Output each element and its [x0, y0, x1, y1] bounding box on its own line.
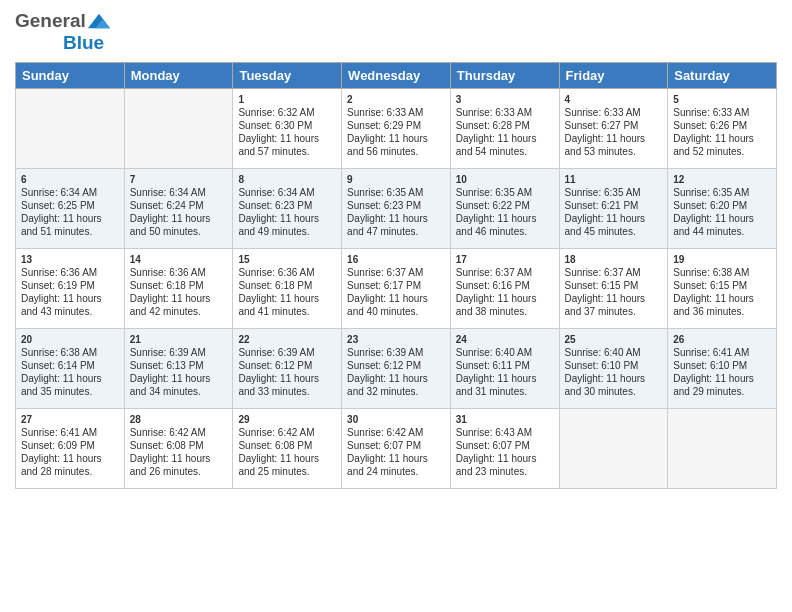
cell-day-number: 3Sunrise: 6:33 AMSunset: 6:28 PMDaylight… — [456, 94, 537, 157]
weekday-header-monday: Monday — [124, 63, 233, 89]
cell-day-number: 5Sunrise: 6:33 AMSunset: 6:26 PMDaylight… — [673, 94, 754, 157]
calendar-cell: 14Sunrise: 6:36 AMSunset: 6:18 PMDayligh… — [124, 249, 233, 329]
cell-day-number: 1Sunrise: 6:32 AMSunset: 6:30 PMDaylight… — [238, 94, 319, 157]
calendar-cell — [124, 89, 233, 169]
cell-day-number: 11Sunrise: 6:35 AMSunset: 6:21 PMDayligh… — [565, 174, 646, 237]
calendar-cell: 4Sunrise: 6:33 AMSunset: 6:27 PMDaylight… — [559, 89, 668, 169]
cell-day-number: 6Sunrise: 6:34 AMSunset: 6:25 PMDaylight… — [21, 174, 102, 237]
calendar-cell: 11Sunrise: 6:35 AMSunset: 6:21 PMDayligh… — [559, 169, 668, 249]
calendar-cell: 17Sunrise: 6:37 AMSunset: 6:16 PMDayligh… — [450, 249, 559, 329]
cell-day-number: 19Sunrise: 6:38 AMSunset: 6:15 PMDayligh… — [673, 254, 754, 317]
calendar-week-row: 27Sunrise: 6:41 AMSunset: 6:09 PMDayligh… — [16, 409, 777, 489]
calendar-week-row: 20Sunrise: 6:38 AMSunset: 6:14 PMDayligh… — [16, 329, 777, 409]
cell-day-number: 21Sunrise: 6:39 AMSunset: 6:13 PMDayligh… — [130, 334, 211, 397]
calendar-cell: 19Sunrise: 6:38 AMSunset: 6:15 PMDayligh… — [668, 249, 777, 329]
cell-day-number: 29Sunrise: 6:42 AMSunset: 6:08 PMDayligh… — [238, 414, 319, 477]
calendar-cell: 23Sunrise: 6:39 AMSunset: 6:12 PMDayligh… — [342, 329, 451, 409]
calendar-cell: 15Sunrise: 6:36 AMSunset: 6:18 PMDayligh… — [233, 249, 342, 329]
calendar-cell: 5Sunrise: 6:33 AMSunset: 6:26 PMDaylight… — [668, 89, 777, 169]
calendar-cell — [559, 409, 668, 489]
calendar-cell: 21Sunrise: 6:39 AMSunset: 6:13 PMDayligh… — [124, 329, 233, 409]
calendar-cell: 31Sunrise: 6:43 AMSunset: 6:07 PMDayligh… — [450, 409, 559, 489]
cell-day-number: 13Sunrise: 6:36 AMSunset: 6:19 PMDayligh… — [21, 254, 102, 317]
cell-day-number: 23Sunrise: 6:39 AMSunset: 6:12 PMDayligh… — [347, 334, 428, 397]
cell-day-number: 18Sunrise: 6:37 AMSunset: 6:15 PMDayligh… — [565, 254, 646, 317]
cell-day-number: 12Sunrise: 6:35 AMSunset: 6:20 PMDayligh… — [673, 174, 754, 237]
cell-day-number: 16Sunrise: 6:37 AMSunset: 6:17 PMDayligh… — [347, 254, 428, 317]
calendar-cell: 25Sunrise: 6:40 AMSunset: 6:10 PMDayligh… — [559, 329, 668, 409]
cell-day-number: 28Sunrise: 6:42 AMSunset: 6:08 PMDayligh… — [130, 414, 211, 477]
calendar-cell: 3Sunrise: 6:33 AMSunset: 6:28 PMDaylight… — [450, 89, 559, 169]
calendar-cell: 30Sunrise: 6:42 AMSunset: 6:07 PMDayligh… — [342, 409, 451, 489]
cell-day-number: 30Sunrise: 6:42 AMSunset: 6:07 PMDayligh… — [347, 414, 428, 477]
calendar-cell: 7Sunrise: 6:34 AMSunset: 6:24 PMDaylight… — [124, 169, 233, 249]
calendar-cell: 28Sunrise: 6:42 AMSunset: 6:08 PMDayligh… — [124, 409, 233, 489]
calendar-cell: 12Sunrise: 6:35 AMSunset: 6:20 PMDayligh… — [668, 169, 777, 249]
calendar-cell: 9Sunrise: 6:35 AMSunset: 6:23 PMDaylight… — [342, 169, 451, 249]
logo-general: General — [15, 10, 86, 32]
weekday-header-wednesday: Wednesday — [342, 63, 451, 89]
weekday-header-friday: Friday — [559, 63, 668, 89]
cell-day-number: 27Sunrise: 6:41 AMSunset: 6:09 PMDayligh… — [21, 414, 102, 477]
calendar-week-row: 1Sunrise: 6:32 AMSunset: 6:30 PMDaylight… — [16, 89, 777, 169]
calendar-cell: 6Sunrise: 6:34 AMSunset: 6:25 PMDaylight… — [16, 169, 125, 249]
cell-day-number: 24Sunrise: 6:40 AMSunset: 6:11 PMDayligh… — [456, 334, 537, 397]
weekday-header-tuesday: Tuesday — [233, 63, 342, 89]
logo-icon — [88, 10, 110, 32]
cell-day-number: 17Sunrise: 6:37 AMSunset: 6:16 PMDayligh… — [456, 254, 537, 317]
cell-day-number: 14Sunrise: 6:36 AMSunset: 6:18 PMDayligh… — [130, 254, 211, 317]
cell-day-number: 7Sunrise: 6:34 AMSunset: 6:24 PMDaylight… — [130, 174, 211, 237]
weekday-header-thursday: Thursday — [450, 63, 559, 89]
calendar-cell: 27Sunrise: 6:41 AMSunset: 6:09 PMDayligh… — [16, 409, 125, 489]
calendar-cell: 10Sunrise: 6:35 AMSunset: 6:22 PMDayligh… — [450, 169, 559, 249]
calendar-cell: 22Sunrise: 6:39 AMSunset: 6:12 PMDayligh… — [233, 329, 342, 409]
calendar-cell: 8Sunrise: 6:34 AMSunset: 6:23 PMDaylight… — [233, 169, 342, 249]
cell-day-number: 10Sunrise: 6:35 AMSunset: 6:22 PMDayligh… — [456, 174, 537, 237]
logo-blue-text: Blue — [63, 32, 104, 54]
calendar-cell: 2Sunrise: 6:33 AMSunset: 6:29 PMDaylight… — [342, 89, 451, 169]
calendar-cell — [668, 409, 777, 489]
logo: General Blue — [15, 10, 110, 54]
calendar-cell: 16Sunrise: 6:37 AMSunset: 6:17 PMDayligh… — [342, 249, 451, 329]
cell-day-number: 25Sunrise: 6:40 AMSunset: 6:10 PMDayligh… — [565, 334, 646, 397]
calendar-cell: 18Sunrise: 6:37 AMSunset: 6:15 PMDayligh… — [559, 249, 668, 329]
calendar-cell — [16, 89, 125, 169]
calendar-week-row: 13Sunrise: 6:36 AMSunset: 6:19 PMDayligh… — [16, 249, 777, 329]
calendar-cell: 26Sunrise: 6:41 AMSunset: 6:10 PMDayligh… — [668, 329, 777, 409]
calendar-cell: 13Sunrise: 6:36 AMSunset: 6:19 PMDayligh… — [16, 249, 125, 329]
calendar-cell: 24Sunrise: 6:40 AMSunset: 6:11 PMDayligh… — [450, 329, 559, 409]
weekday-header-saturday: Saturday — [668, 63, 777, 89]
calendar-cell: 20Sunrise: 6:38 AMSunset: 6:14 PMDayligh… — [16, 329, 125, 409]
calendar-week-row: 6Sunrise: 6:34 AMSunset: 6:25 PMDaylight… — [16, 169, 777, 249]
cell-day-number: 31Sunrise: 6:43 AMSunset: 6:07 PMDayligh… — [456, 414, 537, 477]
cell-day-number: 8Sunrise: 6:34 AMSunset: 6:23 PMDaylight… — [238, 174, 319, 237]
calendar-cell: 1Sunrise: 6:32 AMSunset: 6:30 PMDaylight… — [233, 89, 342, 169]
header: General Blue — [15, 10, 777, 54]
cell-day-number: 26Sunrise: 6:41 AMSunset: 6:10 PMDayligh… — [673, 334, 754, 397]
calendar-table: SundayMondayTuesdayWednesdayThursdayFrid… — [15, 62, 777, 489]
cell-day-number: 15Sunrise: 6:36 AMSunset: 6:18 PMDayligh… — [238, 254, 319, 317]
page-container: General Blue SundayMondayTuesdayWednesda… — [0, 0, 792, 499]
cell-day-number: 20Sunrise: 6:38 AMSunset: 6:14 PMDayligh… — [21, 334, 102, 397]
cell-day-number: 22Sunrise: 6:39 AMSunset: 6:12 PMDayligh… — [238, 334, 319, 397]
calendar-cell: 29Sunrise: 6:42 AMSunset: 6:08 PMDayligh… — [233, 409, 342, 489]
weekday-header-sunday: Sunday — [16, 63, 125, 89]
cell-day-number: 2Sunrise: 6:33 AMSunset: 6:29 PMDaylight… — [347, 94, 428, 157]
cell-day-number: 9Sunrise: 6:35 AMSunset: 6:23 PMDaylight… — [347, 174, 428, 237]
cell-day-number: 4Sunrise: 6:33 AMSunset: 6:27 PMDaylight… — [565, 94, 646, 157]
calendar-header-row: SundayMondayTuesdayWednesdayThursdayFrid… — [16, 63, 777, 89]
